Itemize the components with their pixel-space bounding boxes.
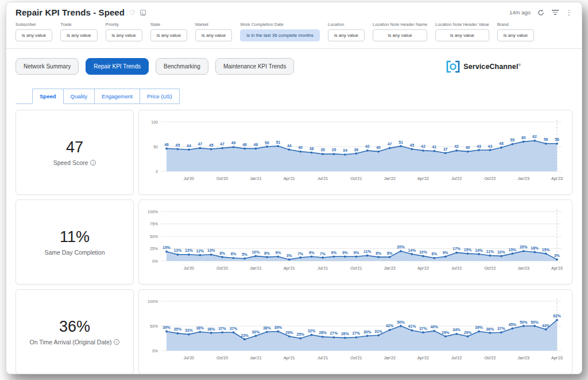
tab-quality[interactable]: Quality: [63, 89, 95, 104]
filter-value-button[interactable]: is any value: [373, 29, 427, 41]
svg-text:39%: 39%: [475, 325, 483, 329]
svg-text:Oct'21: Oct'21: [350, 176, 362, 181]
svg-text:29%: 29%: [285, 331, 293, 335]
svg-text:8%: 8%: [387, 251, 393, 255]
filter-value-button[interactable]: is any value: [60, 29, 97, 41]
svg-text:42: 42: [365, 144, 370, 148]
benchmarking-button[interactable]: Benchmarking: [156, 58, 208, 75]
svg-text:47: 47: [198, 142, 203, 146]
svg-text:50%: 50%: [150, 235, 158, 239]
tab-price-us[interactable]: Price (US): [140, 89, 180, 104]
svg-text:9%: 9%: [342, 251, 348, 255]
info-icon[interactable]: i: [114, 339, 119, 345]
svg-text:Jul'22: Jul'22: [451, 266, 462, 270]
svg-text:38: 38: [310, 147, 314, 151]
svg-text:11%: 11%: [363, 250, 371, 254]
svg-text:Jul'21: Jul'21: [318, 266, 328, 270]
svg-text:42: 42: [454, 144, 459, 148]
svg-text:62%: 62%: [553, 314, 561, 318]
svg-text:14%: 14%: [475, 248, 483, 252]
filter-label: Trade: [60, 22, 97, 27]
svg-text:Jan'23: Jan'23: [517, 356, 529, 360]
favorite-heart-icon[interactable]: ♡: [129, 9, 136, 16]
filter-location-note-header-value: Location Note Header Value is any value: [435, 22, 489, 41]
svg-text:45: 45: [410, 143, 415, 147]
speed-score-chart[interactable]: 1005004645444745474946465051444038353534…: [141, 114, 566, 190]
svg-text:Jan'22: Jan'22: [384, 176, 396, 181]
svg-text:Jan'21: Jan'21: [250, 266, 262, 270]
svg-text:50: 50: [265, 141, 269, 145]
svg-text:56: 56: [555, 137, 559, 141]
svg-text:Jul'22: Jul'22: [451, 176, 462, 181]
svg-text:35: 35: [332, 148, 336, 152]
tab-speed[interactable]: Speed: [32, 89, 64, 104]
svg-text:12%: 12%: [196, 249, 204, 253]
filter-value-button[interactable]: is in the last 36 complete months: [240, 29, 320, 41]
svg-text:20%: 20%: [397, 245, 405, 249]
svg-text:33%: 33%: [185, 328, 193, 332]
svg-text:60: 60: [521, 136, 526, 140]
same-day-completion-kpi-card: 11% Same Day Completion: [16, 199, 134, 285]
page-title: Repair KPI Trends - Speed: [16, 7, 125, 17]
svg-text:49: 49: [231, 141, 236, 145]
filter-value-button[interactable]: is any value: [16, 29, 52, 41]
svg-text:3%: 3%: [554, 254, 560, 258]
filter-bar: Subscriber is any value Trade is any val…: [6, 18, 582, 49]
more-options-icon[interactable]: ⋮: [566, 9, 572, 17]
filter-label: Priority: [106, 22, 142, 27]
svg-text:30%: 30%: [363, 330, 372, 334]
filter-value-button[interactable]: is any value: [195, 29, 232, 41]
svg-text:Oct'22: Oct'22: [484, 356, 496, 360]
tab-engagement[interactable]: Engagement: [94, 89, 140, 104]
svg-text:15%: 15%: [542, 248, 550, 252]
svg-text:3%: 3%: [287, 254, 292, 258]
svg-text:14%: 14%: [408, 248, 416, 252]
svg-text:62: 62: [532, 135, 537, 139]
svg-text:Oct'20: Oct'20: [216, 266, 228, 270]
info-icon[interactable]: i: [90, 160, 96, 166]
svg-text:Jan'21: Jan'21: [250, 176, 262, 181]
filter-value-button[interactable]: is any value: [106, 29, 142, 41]
speed-score-value: 47: [66, 139, 83, 156]
filter-subscriber: Subscriber is any value: [16, 22, 52, 41]
svg-text:Apr'22: Apr'22: [417, 176, 429, 181]
filter-icon[interactable]: [551, 10, 559, 15]
filter-label: Location Note Header Value: [435, 22, 489, 27]
filter-value-button[interactable]: is any value: [150, 29, 187, 41]
network-summary-button[interactable]: Network Summary: [16, 58, 79, 75]
svg-text:Oct'20: Oct'20: [216, 356, 228, 360]
speed-score-label: Speed Scorei: [53, 159, 96, 166]
copy-icon[interactable]: [140, 10, 146, 16]
svg-text:56: 56: [544, 137, 548, 141]
svg-text:Oct'21: Oct'21: [350, 356, 362, 360]
filter-location: Location is any value: [328, 22, 365, 41]
filter-label: Brand: [497, 22, 534, 27]
svg-text:41: 41: [432, 145, 437, 149]
on-time-arrival-chart[interactable]: 100%50%0%39%35%33%38%36%37%37%23%30%38%3…: [141, 293, 566, 369]
svg-text:50%: 50%: [531, 320, 539, 324]
speed-score-kpi-card: 47 Speed Scorei: [16, 110, 134, 195]
svg-text:32%: 32%: [308, 329, 316, 333]
maintenance-kpi-trends-button[interactable]: Maintenance KPI Trends: [215, 58, 295, 75]
svg-text:Jan'23: Jan'23: [517, 266, 529, 270]
svg-text:Jul'20: Jul'20: [184, 266, 194, 270]
svg-text:7%: 7%: [297, 252, 303, 256]
refresh-icon[interactable]: [537, 9, 544, 16]
filter-value-button[interactable]: is any value: [328, 29, 365, 41]
filter-value-button[interactable]: is any value: [435, 29, 489, 41]
filter-value-button[interactable]: is any value: [497, 29, 534, 41]
svg-text:9%: 9%: [275, 251, 281, 255]
svg-text:Jul'22: Jul'22: [451, 356, 462, 360]
last-updated-text: 14m ago: [509, 9, 531, 16]
svg-text:13%: 13%: [207, 248, 215, 252]
nav-row: Network Summary Repair KPI Trends Benchm…: [6, 49, 582, 77]
same-day-completion-chart[interactable]: 100%75%50%25%0%19%13%13%12%13%8%6%5%10%8…: [141, 204, 566, 279]
svg-text:Apr'23: Apr'23: [551, 356, 563, 360]
servicechannel-logo-text: ServiceChannel®: [463, 63, 521, 71]
svg-text:50%: 50%: [397, 320, 405, 324]
svg-text:Jul'21: Jul'21: [318, 356, 328, 360]
repair-kpi-trends-button[interactable]: Repair KPI Trends: [86, 58, 149, 75]
svg-text:Apr'22: Apr'22: [417, 356, 429, 360]
svg-text:25%: 25%: [150, 247, 158, 251]
svg-text:Apr'21: Apr'21: [284, 176, 295, 181]
